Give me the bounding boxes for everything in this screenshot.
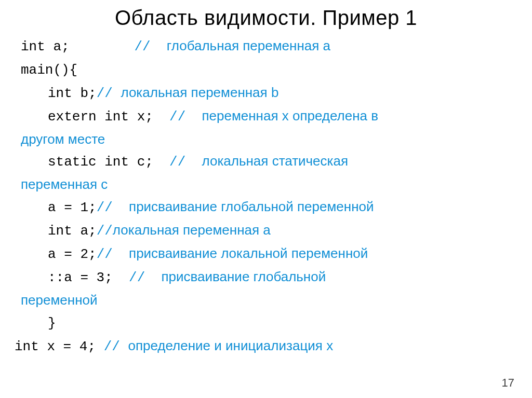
comment-text: локальная переменная а xyxy=(113,222,271,238)
code-text: a = 1; xyxy=(48,200,97,215)
code-line-7: int a;//локальная переменная а xyxy=(15,219,517,242)
comment-text: локальная переменная b xyxy=(121,85,278,100)
comment-text-cont: другом месте xyxy=(21,131,105,147)
code-line-10: } xyxy=(15,311,517,335)
code-line-5: static int c; // локальная статическая xyxy=(15,150,517,173)
code-line-11: int x = 4; // определение и инициализаци… xyxy=(15,335,517,358)
code-text: static int c; xyxy=(48,154,169,170)
code-text: } xyxy=(48,315,56,331)
comment-slash: // xyxy=(169,154,202,170)
code-text: a = 2; xyxy=(48,246,97,262)
comment-slash: // xyxy=(134,39,166,54)
code-line-6: a = 1;// присваивание глобальной перемен… xyxy=(15,196,517,219)
comment-slash: // xyxy=(97,246,129,262)
code-text: int a; xyxy=(21,39,134,54)
code-text: ::a = 3; xyxy=(48,270,129,285)
comment-text: определение и инициализация х xyxy=(128,338,333,353)
code-text: main(){ xyxy=(21,62,77,78)
code-line-9b: переменной xyxy=(15,289,517,311)
comment-text-cont: переменная с xyxy=(21,176,108,192)
code-line-9: ::a = 3; // присваивание глобальной xyxy=(15,266,517,289)
slide-title: Область видимости. Пример 1 xyxy=(15,6,517,30)
code-line-1: int a; // глобальная переменная а xyxy=(15,35,517,58)
code-line-2: main(){ xyxy=(15,58,517,81)
code-line-8: a = 2;// присваивание локальной переменн… xyxy=(15,242,517,266)
code-body: int a; // глобальная переменная а main()… xyxy=(15,35,517,358)
comment-slash: // xyxy=(97,200,129,215)
slide-container: Область видимости. Пример 1 int a; // гл… xyxy=(0,0,532,398)
comment-text: присваивание глобальной переменной xyxy=(129,199,374,214)
comment-slash: // xyxy=(129,270,161,285)
code-line-5b: переменная с xyxy=(15,173,517,196)
code-line-4b: другом месте xyxy=(15,128,517,150)
comment-text-cont: переменной xyxy=(21,292,98,308)
comment-slash: // xyxy=(97,223,113,239)
comment-text: присваивание глобальной xyxy=(161,269,326,284)
code-text: int a; xyxy=(48,223,97,239)
code-text: int b; xyxy=(48,86,97,101)
code-text: extern int x; xyxy=(48,109,169,125)
comment-text: локальная статическая xyxy=(202,153,348,169)
comment-slash: // xyxy=(104,339,128,354)
code-line-4: extern int x; // переменная х определена… xyxy=(15,105,517,128)
comment-slash: // xyxy=(169,109,202,125)
comment-slash: // xyxy=(97,86,121,101)
code-line-3: int b;// локальная переменная b xyxy=(15,81,517,105)
comment-text: присваивание локальной переменной xyxy=(129,245,368,261)
code-text: int x = 4; xyxy=(15,339,104,354)
comment-text: переменная х определена в xyxy=(202,108,378,123)
comment-text: глобальная переменная а xyxy=(167,38,330,53)
page-number: 17 xyxy=(502,376,514,390)
